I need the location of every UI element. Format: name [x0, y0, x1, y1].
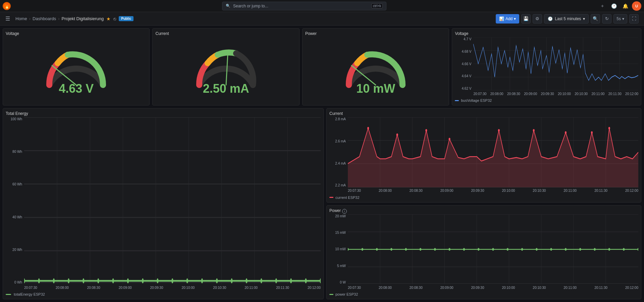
nav-bar: ☰ Home › Dashboards › Projekt Digitalisi…: [0, 12, 644, 26]
clock-icon-small: 🕐: [548, 16, 553, 21]
svg-point-32: [38, 278, 40, 284]
current-legend-label: current ESP32: [335, 196, 360, 200]
svg-point-39: [142, 278, 144, 284]
svg-point-93: [420, 248, 421, 251]
svg-point-69: [498, 129, 500, 132]
svg-point-67: [425, 129, 427, 132]
refresh-icon[interactable]: ↻: [602, 14, 611, 24]
time-chevron: ▾: [583, 16, 585, 21]
total-energy-legend-label: totalEnergy ESP32: [14, 292, 45, 296]
svg-marker-64: [348, 128, 638, 187]
time-range-button[interactable]: 🕐 Last 5 minutes ▾: [544, 14, 589, 24]
svg-point-107: [623, 248, 625, 251]
voltage-legend-label: busVoltage ESP32: [461, 98, 492, 102]
voltage-x-axis: 20:07:30 20:08:00 20:08:30 20:09:00 20:0…: [473, 90, 638, 97]
power-legend-label: power ESP32: [335, 292, 358, 296]
svg-point-40: [157, 278, 158, 284]
search-bar[interactable]: 🔍 Search or jump to... ctrl+k: [222, 2, 386, 10]
bell-icon[interactable]: 🔔: [621, 1, 630, 11]
svg-point-72: [591, 131, 593, 134]
power-info-icon[interactable]: i: [342, 209, 347, 214]
zoom-out-icon[interactable]: 🔍: [591, 14, 600, 24]
svg-point-66: [396, 133, 398, 136]
star-icon[interactable]: ★: [106, 16, 111, 21]
search-icon: 🔍: [226, 4, 230, 8]
save-icon[interactable]: 💾: [521, 14, 531, 24]
total-energy-title: Total Energy: [6, 111, 321, 116]
svg-point-34: [68, 278, 69, 284]
svg-point-91: [390, 248, 392, 251]
power-y-axis: 20 mW 15 mW 10 mW 5 mW 0 W: [329, 214, 348, 285]
voltage-chart-legend: busVoltage ESP32: [455, 98, 638, 102]
svg-point-88: [348, 248, 349, 251]
svg-point-41: [171, 278, 173, 284]
right-col: Current 2.8 mA 2.6 mA 2.4 mA 2.2 mA: [326, 108, 641, 299]
svg-point-35: [83, 278, 84, 284]
svg-point-103: [565, 248, 567, 251]
current-gauge-value: 2.50 mA: [203, 82, 249, 96]
power-gauge-container: 10 mW: [305, 37, 446, 102]
total-energy-chart-area: 100 Wh 80 Wh 60 Wh 40 Wh 20 Wh 0 Wh: [6, 117, 321, 291]
svg-point-92: [405, 248, 407, 251]
share-icon[interactable]: ⎋: [113, 16, 116, 21]
svg-point-45: [231, 278, 232, 284]
power-chart-header: Power i: [329, 208, 638, 214]
current-legend-dot: [329, 197, 333, 198]
svg-point-44: [216, 278, 218, 284]
power-gauge-panel: Power 10 mW: [302, 28, 449, 105]
svg-point-49: [290, 278, 292, 284]
dashboards-link[interactable]: Dashboards: [33, 16, 56, 21]
total-energy-panel: Total Energy 100 Wh 80 Wh 60 Wh 40 Wh 20…: [3, 108, 324, 299]
project-name: Projekt Digitalisierung: [61, 16, 104, 21]
settings-icon[interactable]: ⚙: [533, 14, 542, 24]
voltage-gauge-value: 4.63 V: [59, 82, 94, 96]
power-chart-title: Power: [329, 208, 341, 213]
power-chart-legend: power ESP32: [329, 292, 638, 296]
breadcrumb: Home › Dashboards › Projekt Digitalisier…: [15, 16, 104, 21]
svg-point-68: [449, 138, 450, 140]
total-energy-chart-svg: [24, 117, 321, 284]
current-y-axis: 2.8 mA 2.6 mA 2.4 mA 2.2 mA: [329, 117, 348, 187]
svg-point-95: [449, 248, 450, 251]
bottom-row: Total Energy 100 Wh 80 Wh 60 Wh 40 Wh 20…: [3, 108, 641, 299]
svg-point-42: [186, 278, 188, 284]
current-chart-area: 2.8 mA 2.6 mA 2.4 mA 2.2 mA: [329, 117, 638, 194]
svg-point-102: [550, 248, 552, 251]
grafana-logo[interactable]: 🔥: [3, 2, 11, 10]
svg-point-46: [246, 278, 247, 284]
svg-point-36: [97, 278, 99, 284]
plus-icon[interactable]: ＋: [598, 1, 607, 11]
power-chart-panel: Power i 20 mW 15 mW 10 mW 5 mW 0 W: [326, 205, 641, 300]
add-chevron: ▾: [514, 16, 516, 21]
hamburger-icon[interactable]: ☰: [5, 15, 10, 22]
search-shortcut: ctrl+k: [371, 3, 383, 8]
current-gauge-container: 2.50 mA: [155, 37, 296, 102]
svg-point-70: [533, 129, 535, 132]
total-energy-legend-dot: [6, 294, 11, 295]
svg-point-105: [594, 248, 596, 251]
clock-icon[interactable]: 🕐: [609, 1, 619, 11]
public-badge: Public: [119, 16, 133, 21]
home-link[interactable]: Home: [15, 16, 27, 21]
svg-point-37: [112, 278, 114, 284]
power-chart-area: 20 mW 15 mW 10 mW 5 mW 0 W: [329, 214, 638, 291]
svg-point-73: [608, 127, 610, 130]
svg-point-33: [53, 278, 55, 284]
voltage-gauge-container: 4.63 V: [6, 37, 147, 102]
top-bar: 🔥 🔍 Search or jump to... ctrl+k ＋ 🕐 🔔 U: [0, 0, 644, 12]
current-gauge-panel: Current 2.50 mA: [152, 28, 299, 105]
svg-point-100: [521, 248, 523, 251]
current-gauge-title: Current: [155, 31, 296, 36]
top-row: Voltage 4.63 V Current: [3, 28, 641, 105]
voltage-chart-area: 4.7 V 4.68 V 4.66 V 4.64 V 4.62 V: [455, 37, 638, 97]
add-button[interactable]: 📊 Add ▾: [496, 14, 519, 24]
refresh-rate-button[interactable]: 5s ▾: [613, 14, 627, 24]
svg-point-101: [536, 248, 537, 251]
current-chart-title: Current: [329, 111, 638, 116]
top-bar-left: 🔥: [3, 2, 11, 10]
avatar[interactable]: U: [632, 1, 641, 11]
nav-right-controls: 📊 Add ▾ 💾 ⚙ 🕐 Last 5 minutes ▾ 🔍 ↻ 5s ▾ …: [496, 14, 639, 24]
fullscreen-icon[interactable]: ⛶: [629, 14, 639, 24]
main-content: Voltage 4.63 V Current: [0, 26, 644, 302]
svg-point-50: [305, 278, 307, 284]
